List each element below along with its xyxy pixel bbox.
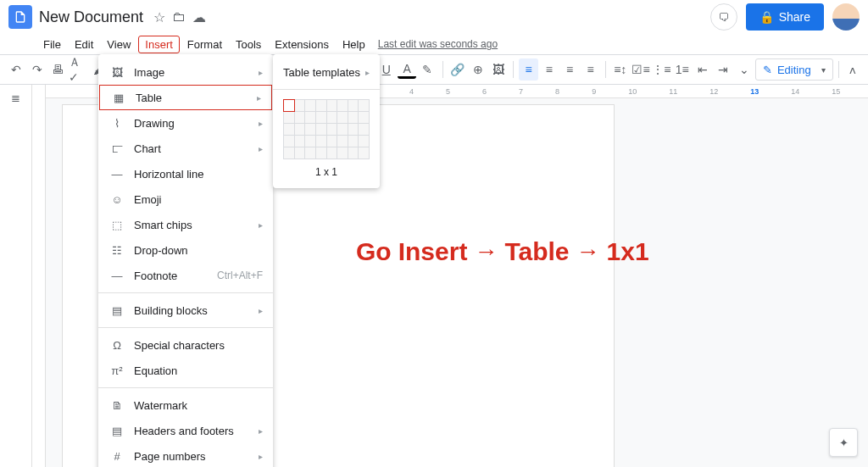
menu-edit[interactable]: Edit — [69, 36, 99, 53]
insert-item-table[interactable]: ▦Table▸ — [99, 85, 272, 110]
increase-indent-icon[interactable]: ⇥ — [714, 58, 732, 81]
insert-item-image[interactable]: 🖼Image▸ — [98, 59, 273, 85]
menu-tools[interactable]: Tools — [230, 36, 267, 53]
grid-cell[interactable] — [326, 147, 337, 159]
print-icon[interactable]: 🖶 — [48, 58, 67, 81]
insert-item-special-characters[interactable]: ΩSpecial characters — [98, 332, 273, 358]
grid-cell[interactable] — [326, 124, 337, 136]
insert-item-drawing[interactable]: ⌇Drawing▸ — [98, 110, 273, 136]
table-templates-item[interactable]: Table templates ▸ — [273, 59, 380, 85]
grid-cell[interactable] — [284, 136, 295, 147]
grid-cell[interactable] — [326, 136, 337, 147]
insert-item-horizontal-line[interactable]: —Horizontal line — [98, 161, 273, 186]
insert-item-equation[interactable]: π²Equation — [98, 358, 273, 383]
grid-cell[interactable] — [359, 124, 370, 136]
spellcheck-icon[interactable]: Ａ✓ — [69, 58, 87, 81]
grid-cell[interactable] — [305, 112, 316, 124]
insert-image-icon[interactable]: 🖼 — [489, 58, 508, 81]
grid-cell[interactable] — [326, 100, 337, 112]
grid-cell[interactable] — [284, 100, 295, 112]
grid-cell[interactable] — [348, 100, 359, 112]
insert-item-emoji[interactable]: ☺Emoji — [98, 186, 273, 212]
grid-cell[interactable] — [348, 136, 359, 147]
align-left-icon[interactable]: ≡ — [519, 58, 537, 81]
avatar[interactable] — [832, 3, 860, 31]
grid-cell[interactable] — [348, 124, 359, 136]
grid-cell[interactable] — [337, 112, 348, 124]
docs-app-icon[interactable] — [8, 5, 32, 29]
insert-item-footnote[interactable]: —FootnoteCtrl+Alt+F — [98, 263, 273, 288]
checklist-icon[interactable]: ☑≡ — [632, 58, 650, 81]
move-folder-icon[interactable]: 🗀 — [172, 9, 186, 25]
align-center-icon[interactable]: ≡ — [540, 58, 559, 81]
grid-cell[interactable] — [326, 112, 337, 124]
grid-cell[interactable] — [337, 136, 348, 147]
numbered-list-icon[interactable]: 1≡ — [673, 58, 692, 81]
explore-button[interactable]: ✦ — [829, 428, 858, 457]
grid-cell[interactable] — [294, 112, 305, 124]
insert-item-headers-and-footers[interactable]: ▤Headers and footers▸ — [98, 418, 273, 443]
grid-cell[interactable] — [359, 112, 370, 124]
lock-icon: 🔒 — [760, 10, 774, 24]
grid-cell[interactable] — [294, 124, 305, 136]
grid-cell[interactable] — [337, 124, 348, 136]
grid-cell[interactable] — [359, 147, 370, 159]
grid-cell[interactable] — [315, 147, 326, 159]
insert-item-watermark[interactable]: 🗎Watermark — [98, 392, 273, 418]
grid-cell[interactable] — [337, 100, 348, 112]
highlight-icon[interactable]: ✎ — [418, 58, 437, 81]
text-color-icon[interactable]: A — [398, 60, 416, 79]
menu-extensions[interactable]: Extensions — [269, 36, 335, 53]
line-spacing-icon[interactable]: ≡↕ — [611, 58, 630, 81]
grid-cell[interactable] — [348, 112, 359, 124]
document-outline-toggle[interactable]: ≣ — [0, 85, 32, 467]
grid-cell[interactable] — [305, 100, 316, 112]
grid-cell[interactable] — [359, 100, 370, 112]
align-right-icon[interactable]: ≡ — [560, 58, 579, 81]
grid-cell[interactable] — [284, 124, 295, 136]
insert-item-drop-down[interactable]: ☷Drop-down — [98, 237, 273, 263]
comment-history-icon[interactable]: 🗨 — [710, 3, 737, 31]
collapse-toolbar-icon[interactable]: ʌ — [844, 58, 862, 81]
grid-cell[interactable] — [284, 112, 295, 124]
grid-cell[interactable] — [337, 147, 348, 159]
share-button[interactable]: 🔒 Share — [746, 3, 824, 31]
document-title[interactable]: New Document — [39, 8, 143, 26]
grid-cell[interactable] — [294, 136, 305, 147]
menu-format[interactable]: Format — [181, 36, 228, 53]
menu-file[interactable]: File — [37, 36, 67, 53]
grid-cell[interactable] — [315, 112, 326, 124]
grid-cell[interactable] — [315, 100, 326, 112]
grid-cell[interactable] — [348, 147, 359, 159]
mode-button[interactable]: ✎ Editing ▾ — [755, 58, 833, 81]
add-comment-icon[interactable]: ⊕ — [469, 58, 487, 81]
insert-item-chart[interactable]: ⫍Chart▸ — [98, 136, 273, 161]
redo-icon[interactable]: ↷ — [27, 58, 46, 81]
grid-cell[interactable] — [294, 147, 305, 159]
menu-insert[interactable]: Insert — [138, 36, 180, 53]
menu-help[interactable]: Help — [337, 36, 371, 53]
grid-cell[interactable] — [315, 124, 326, 136]
bulleted-list-icon[interactable]: ⋮≡ — [652, 58, 670, 81]
grid-cell[interactable] — [305, 124, 316, 136]
undo-icon[interactable]: ↶ — [7, 58, 25, 81]
grid-cell[interactable] — [284, 147, 295, 159]
table-size-grid[interactable] — [273, 94, 380, 163]
grid-cell[interactable] — [315, 136, 326, 147]
clear-formatting-icon[interactable]: ⌄ — [735, 58, 754, 81]
last-edit-info[interactable]: Last edit was seconds ago — [378, 38, 498, 50]
insert-item-building-blocks[interactable]: ▤Building blocks▸ — [98, 297, 273, 323]
star-icon[interactable]: ☆ — [153, 9, 165, 25]
insert-item-smart-chips[interactable]: ⬚Smart chips▸ — [98, 212, 273, 237]
link-icon[interactable]: 🔗 — [448, 58, 466, 81]
grid-cell[interactable] — [305, 147, 316, 159]
decrease-indent-icon[interactable]: ⇤ — [693, 58, 712, 81]
align-justify-icon[interactable]: ≡ — [581, 58, 599, 81]
menu-view[interactable]: View — [101, 36, 136, 53]
dd-item-label: Equation — [134, 364, 177, 377]
image-icon: 🖼 — [110, 66, 124, 79]
grid-cell[interactable] — [294, 100, 305, 112]
grid-cell[interactable] — [305, 136, 316, 147]
insert-item-page-numbers[interactable]: #Page numbers▸ — [98, 443, 273, 467]
grid-cell[interactable] — [359, 136, 370, 147]
